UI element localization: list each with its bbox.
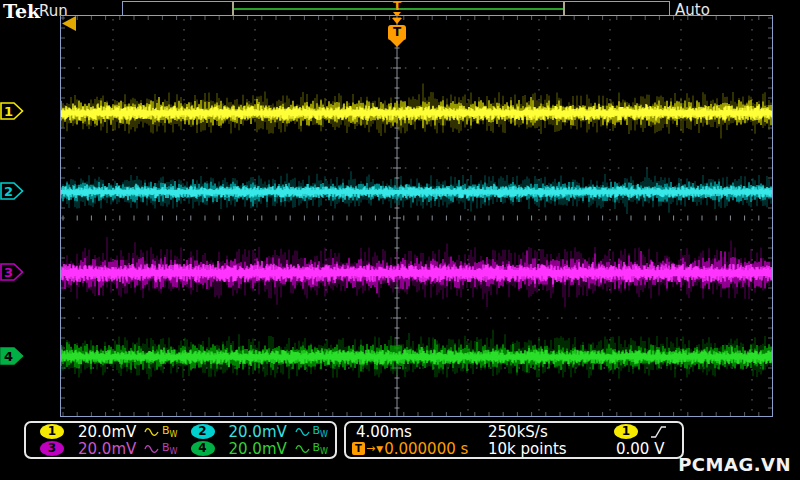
ac-coupling-icon xyxy=(295,427,310,437)
ac-coupling-icon xyxy=(295,444,310,454)
ac-coupling-icon xyxy=(144,444,159,454)
waveform-display: T xyxy=(60,15,773,417)
rising-edge-icon xyxy=(650,425,667,439)
trigger-position-value: 0.000000 s xyxy=(384,440,468,458)
channel-2-readout[interactable]: 2 20.0mV BW xyxy=(181,423,332,440)
channel-1-readout[interactable]: 1 20.0mV BW xyxy=(30,423,181,440)
tek-logo: Tek xyxy=(3,0,40,22)
channel-3-position-marker[interactable]: 3 xyxy=(0,263,24,281)
channel-2-position-marker[interactable]: 2 xyxy=(0,182,24,200)
channel-1-position-marker[interactable]: 1 xyxy=(0,102,24,120)
record-window-bracket-right xyxy=(563,2,565,15)
channel-2-badge: 2 xyxy=(191,424,215,439)
bandwidth-limit-icon: BW xyxy=(313,441,328,456)
right-arrow-icon: → xyxy=(366,442,375,455)
horizontal-trigger-panel: 4.00ms 250kS/s 1 T → ▼ 0.000000 s 10k po… xyxy=(344,421,684,459)
waveform-traces xyxy=(61,16,772,416)
channel-3-readout[interactable]: 3 20.0mV BW xyxy=(30,440,181,457)
down-triangle-icon: ▼ xyxy=(376,444,383,454)
channel-4-position-marker[interactable]: 4 xyxy=(0,347,24,365)
record-window-bracket-left xyxy=(232,2,234,15)
trigger-flag-point-icon xyxy=(390,40,404,47)
channel-4-readout[interactable]: 4 20.0mV BW xyxy=(181,440,332,457)
channel-4-scale: 20.0mV xyxy=(229,440,293,458)
trigger-arrow-down-icon xyxy=(392,18,402,24)
svg-text:4: 4 xyxy=(4,349,13,364)
channel-1-scale: 20.0mV xyxy=(78,423,142,441)
channel-1-badge: 1 xyxy=(40,424,64,439)
svg-text:3: 3 xyxy=(4,265,13,280)
trigger-position-marker[interactable]: T xyxy=(386,18,408,47)
record-view-bar: T xyxy=(122,1,670,16)
trigger-level-arrow-icon[interactable] xyxy=(61,16,76,31)
record-length: 10k points xyxy=(488,440,614,457)
trigger-source-slope[interactable]: 1 xyxy=(614,423,676,440)
sample-rate: 250kS/s xyxy=(488,423,614,440)
trigger-level: 0.00 V xyxy=(614,440,676,457)
svg-text:1: 1 xyxy=(4,104,13,119)
watermark: PCMAG.VN xyxy=(678,454,791,475)
channel-3-badge: 3 xyxy=(40,441,64,456)
bandwidth-limit-icon: BW xyxy=(313,424,328,439)
ac-coupling-icon xyxy=(144,427,159,437)
bandwidth-limit-icon: BW xyxy=(162,424,177,439)
trigger-source-badge: 1 xyxy=(614,424,638,439)
channel-3-scale: 20.0mV xyxy=(78,440,142,458)
channel-4-badge: 4 xyxy=(191,441,215,456)
svg-text:2: 2 xyxy=(4,184,13,199)
horizontal-scale[interactable]: 4.00ms xyxy=(352,423,488,440)
oscilloscope-screen: Tek Run Auto T T 1 2 3 xyxy=(0,0,800,480)
trigger-position-readout[interactable]: T → ▼ 0.000000 s xyxy=(352,440,488,457)
channel-2-scale: 20.0mV xyxy=(229,423,293,441)
bandwidth-limit-icon: BW xyxy=(162,441,177,456)
channel-readout-panel: 1 20.0mV BW 2 20.0mV BW 3 20.0mV xyxy=(24,421,337,459)
